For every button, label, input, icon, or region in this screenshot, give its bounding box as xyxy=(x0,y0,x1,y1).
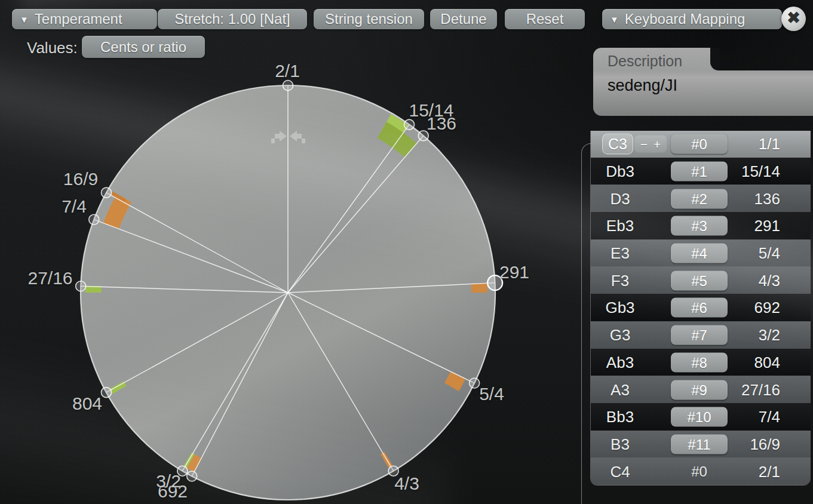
minus-plus-stepper[interactable]: −+ xyxy=(634,136,667,153)
key-index-label: #0 xyxy=(671,463,728,480)
table-row[interactable]: D3#2136 xyxy=(591,185,811,212)
tuning-value[interactable]: 15/14 xyxy=(741,162,780,181)
tuning-table: C3−+#01/1Db3#115/14D3#2136Eb3#3291E3#45/… xyxy=(590,131,811,485)
table-row[interactable]: F3#54/3 xyxy=(591,266,811,294)
table-row[interactable]: B3#1116/9 xyxy=(591,431,811,458)
tuning-value[interactable]: 3/2 xyxy=(759,326,780,345)
stretch-button[interactable]: Stretch: 1.00 [Nat] xyxy=(158,9,307,29)
note-label: C4 xyxy=(591,462,649,481)
note-label: Db3 xyxy=(591,162,649,181)
tuning-handle[interactable] xyxy=(404,119,415,130)
key-index-button[interactable]: #11 xyxy=(671,434,728,454)
key-index-button[interactable]: #5 xyxy=(671,271,728,290)
tuning-handle[interactable] xyxy=(101,388,111,398)
note-button[interactable]: C3 xyxy=(602,134,633,155)
tuning-value[interactable]: 2/1 xyxy=(759,462,780,481)
key-index-button[interactable]: #1 xyxy=(671,162,728,182)
ratio-label: 7/4 xyxy=(62,196,87,216)
key-index-button[interactable]: #9 xyxy=(671,380,728,399)
key-index-button[interactable]: #6 xyxy=(671,298,728,318)
keyboard-mapping-dropdown-button[interactable]: ▼ Keyboard Mapping xyxy=(602,9,782,29)
ratio-label: 27/16 xyxy=(27,268,72,288)
detune-label: Detune xyxy=(440,11,486,27)
reset-label: Reset xyxy=(526,11,564,27)
tuning-value[interactable]: 136 xyxy=(754,189,780,208)
tuning-handle[interactable] xyxy=(89,214,99,225)
note-label: Bb3 xyxy=(591,408,649,426)
temperament-dropdown-button[interactable]: ▼ Temperament xyxy=(12,9,157,29)
tuning-handle[interactable] xyxy=(283,81,293,91)
dropdown-arrow-icon: ▼ xyxy=(610,15,619,24)
stretch-label: Stretch: 1.00 [Nat] xyxy=(174,11,290,27)
deviation-wedge xyxy=(471,283,487,293)
ratio-label: 136 xyxy=(427,113,456,133)
ratio-label: 16/9 xyxy=(63,169,98,189)
note-label: B3 xyxy=(591,435,649,453)
ratio-label: 2/1 xyxy=(275,61,300,81)
note-label: F3 xyxy=(591,271,649,290)
tuning-handle[interactable] xyxy=(76,281,86,291)
note-label: A3 xyxy=(591,380,649,399)
description-panel: sedeng/JI xyxy=(593,70,813,116)
description-text[interactable]: sedeng/JI xyxy=(593,70,813,95)
values-label: Values: xyxy=(27,39,78,57)
minus-icon[interactable]: − xyxy=(640,137,648,151)
tuning-value[interactable]: 804 xyxy=(754,353,780,371)
table-row[interactable]: Db3#115/14 xyxy=(591,158,811,185)
ratio-label: 291 xyxy=(499,262,529,282)
ratio-label: 804 xyxy=(72,394,102,413)
tuning-value[interactable]: 1/1 xyxy=(759,135,780,153)
note-label: E3 xyxy=(591,244,649,263)
close-icon: ✖ xyxy=(787,10,800,26)
tuning-circle: 2/115/141362915/44/36923/280427/167/416/… xyxy=(0,0,591,504)
key-index-button[interactable]: #8 xyxy=(671,352,728,372)
key-index-button[interactable]: #10 xyxy=(671,407,728,427)
key-index-button[interactable]: #0 xyxy=(671,134,728,154)
key-index-button[interactable]: #3 xyxy=(671,216,728,236)
keyboard-mapping-label: Keyboard Mapping xyxy=(625,11,745,27)
tuning-handle[interactable] xyxy=(187,471,197,481)
table-row[interactable]: G3#73/2 xyxy=(591,321,811,349)
close-button[interactable]: ✖ xyxy=(781,7,806,31)
key-index-button[interactable]: #7 xyxy=(671,325,728,345)
table-row[interactable]: C4#02/1 xyxy=(591,457,811,485)
table-row[interactable]: E3#45/4 xyxy=(591,239,811,267)
tuning-value[interactable]: 7/4 xyxy=(759,408,780,426)
temperament-label: Temperament xyxy=(35,11,122,27)
tuning-value[interactable]: 692 xyxy=(754,299,780,317)
note-label: D3 xyxy=(591,189,649,208)
table-row[interactable]: Gb3#6692 xyxy=(591,294,811,321)
note-label: Gb3 xyxy=(591,299,649,317)
note-label: Eb3 xyxy=(591,217,649,235)
tuning-value[interactable]: 291 xyxy=(754,217,780,235)
description-tab[interactable]: Description xyxy=(593,48,720,70)
string-tension-label: String tension xyxy=(325,11,413,27)
values-toggle-label: Cents or ratio xyxy=(100,39,186,56)
note-label: Ab3 xyxy=(591,353,649,371)
ratio-label: 3/2 xyxy=(156,471,181,491)
key-index-button[interactable]: #2 xyxy=(671,189,728,208)
table-row[interactable]: Ab3#8804 xyxy=(591,349,811,376)
table-row[interactable]: A3#927/16 xyxy=(591,376,811,403)
tuning-value[interactable]: 4/3 xyxy=(759,271,780,290)
table-row[interactable]: C3−+#01/1 xyxy=(591,131,811,158)
description-tab-notch xyxy=(710,48,720,70)
reset-button[interactable]: Reset xyxy=(505,9,585,29)
tuning-handle[interactable] xyxy=(470,378,480,388)
string-tension-button[interactable]: String tension xyxy=(314,9,424,29)
description-tab-label: Description xyxy=(593,48,720,70)
plus-icon[interactable]: + xyxy=(654,137,661,151)
dropdown-arrow-icon: ▼ xyxy=(20,15,29,24)
values-toggle-button[interactable]: Cents or ratio xyxy=(82,36,205,58)
table-row[interactable]: Bb3#107/4 xyxy=(591,403,811,431)
tuning-value[interactable]: 16/9 xyxy=(750,435,780,453)
key-index-button[interactable]: #4 xyxy=(671,244,728,263)
tuning-value[interactable]: 5/4 xyxy=(759,244,780,263)
tuning-value[interactable]: 27/16 xyxy=(741,380,780,399)
ratio-label: 5/4 xyxy=(479,384,504,404)
note-label: G3 xyxy=(591,326,649,345)
table-row[interactable]: Eb3#3291 xyxy=(591,212,811,239)
detune-button[interactable]: Detune xyxy=(430,9,497,29)
tuning-handle[interactable] xyxy=(102,188,112,198)
ratio-label: 4/3 xyxy=(394,474,419,493)
